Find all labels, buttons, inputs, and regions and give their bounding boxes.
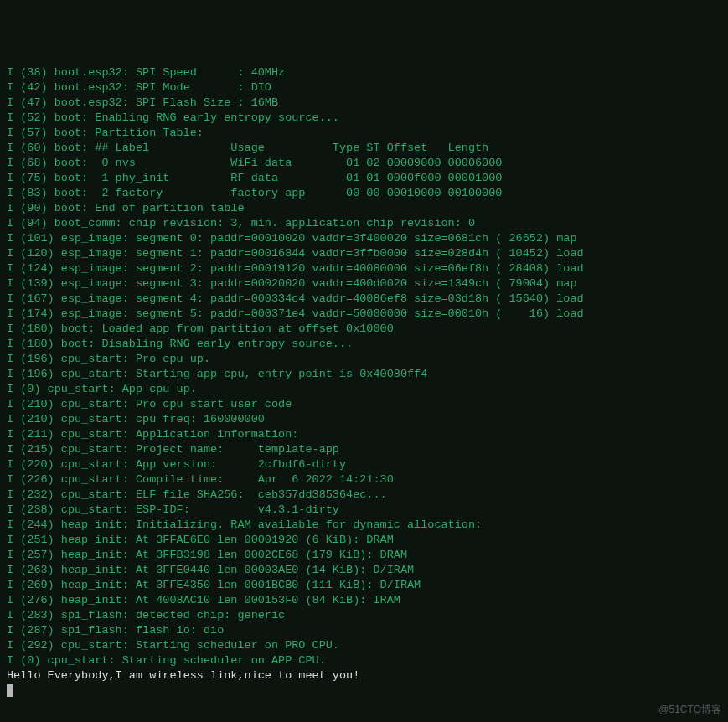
log-line: I (257) heap_init: At 3FFB3198 len 0002C…	[7, 548, 721, 563]
log-line: I (139) esp_image: segment 3: paddr=0002…	[7, 276, 721, 291]
log-line: I (276) heap_init: At 4008AC10 len 00015…	[7, 593, 721, 608]
log-line: I (38) boot.esp32: SPI Speed : 40MHz	[7, 65, 721, 80]
log-line: I (124) esp_image: segment 2: paddr=0001…	[7, 261, 721, 276]
log-line: I (232) cpu_start: ELF file SHA256: ceb3…	[7, 487, 721, 503]
log-line: I (220) cpu_start: App version: 2cfbdf6-…	[7, 457, 721, 472]
log-line: I (196) cpu_start: Pro cpu up.	[7, 352, 721, 367]
log-line: I (211) cpu_start: Application informati…	[7, 427, 721, 442]
log-line: I (244) heap_init: Initializing. RAM ava…	[7, 518, 721, 533]
log-line: I (94) boot_comm: chip revision: 3, min.…	[7, 216, 721, 231]
log-line: I (90) boot: End of partition table	[7, 201, 721, 216]
log-line: I (263) heap_init: At 3FFE0440 len 00003…	[7, 563, 721, 578]
log-line: I (0) cpu_start: Starting scheduler on A…	[7, 653, 721, 668]
log-line: I (269) heap_init: At 3FFE4350 len 0001B…	[7, 578, 721, 593]
watermark-label: @51CTO博客	[658, 702, 721, 717]
log-line: I (287) spi_flash: flash io: dio	[7, 623, 721, 638]
cursor-line	[7, 683, 721, 699]
hello-message: Hello Everybody,I am wireless link,nice …	[7, 668, 721, 683]
log-line: I (180) boot: Loaded app from partition …	[7, 322, 721, 337]
log-line: I (52) boot: Enabling RNG early entropy …	[7, 111, 721, 126]
log-line: I (174) esp_image: segment 5: paddr=0003…	[7, 307, 721, 322]
log-line: I (167) esp_image: segment 4: paddr=0003…	[7, 291, 721, 307]
cursor-icon	[7, 684, 13, 697]
log-line: I (196) cpu_start: Starting app cpu, ent…	[7, 367, 721, 382]
log-line: I (210) cpu_start: Pro cpu start user co…	[7, 397, 721, 412]
log-line: I (101) esp_image: segment 0: paddr=0001…	[7, 231, 721, 246]
log-line: I (42) boot.esp32: SPI Mode : DIO	[7, 80, 721, 95]
log-line: I (283) spi_flash: detected chip: generi…	[7, 608, 721, 623]
log-line: I (215) cpu_start: Project name: templat…	[7, 442, 721, 457]
log-line: I (68) boot: 0 nvs WiFi data 01 02 00009…	[7, 156, 721, 171]
log-line: I (83) boot: 2 factory factory app 00 00…	[7, 186, 721, 201]
log-line: I (292) cpu_start: Starting scheduler on…	[7, 638, 721, 653]
log-line: I (180) boot: Disabling RNG early entrop…	[7, 337, 721, 352]
log-line: I (238) cpu_start: ESP-IDF: v4.3.1-dirty	[7, 503, 721, 518]
log-line: I (226) cpu_start: Compile time: Apr 6 2…	[7, 472, 721, 487]
log-line: I (47) boot.esp32: SPI Flash Size : 16MB	[7, 95, 721, 111]
log-line: I (210) cpu_start: cpu freq: 160000000	[7, 412, 721, 427]
log-line: I (120) esp_image: segment 1: paddr=0001…	[7, 246, 721, 261]
log-line: I (0) cpu_start: App cpu up.	[7, 382, 721, 397]
log-line: I (75) boot: 1 phy_init RF data 01 01 00…	[7, 171, 721, 186]
log-line: I (57) boot: Partition Table:	[7, 126, 721, 141]
log-line: I (60) boot: ## Label Usage Type ST Offs…	[7, 141, 721, 156]
terminal-output[interactable]: I (38) boot.esp32: SPI Speed : 40MHzI (4…	[7, 65, 721, 699]
log-line: I (251) heap_init: At 3FFAE6E0 len 00001…	[7, 533, 721, 548]
